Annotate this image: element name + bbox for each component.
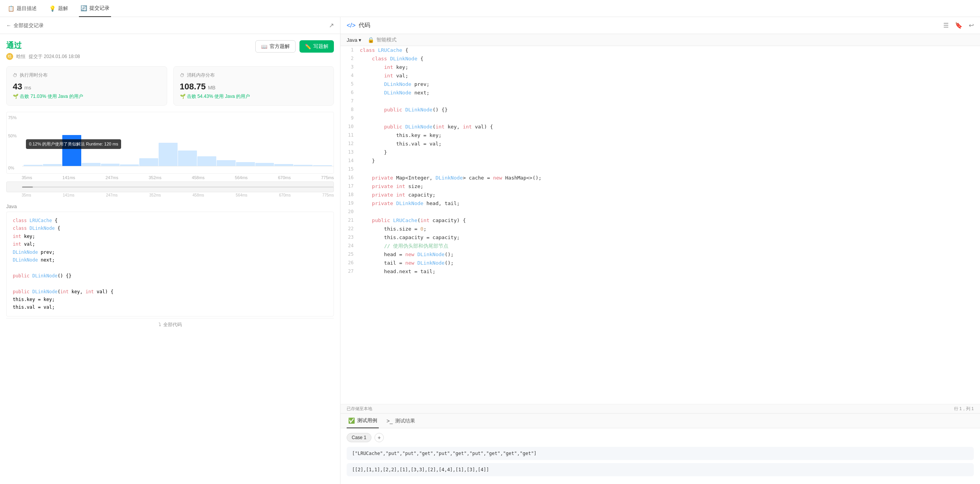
code-line-17: 17 private int size; — [340, 182, 980, 191]
code-preview: class LRUCache { class DLinkNode { int k… — [6, 212, 334, 316]
add-case-button[interactable]: + — [375, 433, 384, 442]
timeline-thumb — [22, 186, 33, 188]
code-line-19: 19 private DLinkNode head, tail; — [340, 199, 980, 208]
tl-label-3: 247ms — [106, 193, 118, 197]
preview-line-12: this.val = val; — [13, 303, 327, 311]
tl-label-8: 775ms — [322, 193, 334, 197]
preview-line-4: int val; — [13, 240, 327, 248]
undo-icon[interactable]: ↩ — [969, 22, 974, 29]
back-link[interactable]: ← 全部提交记录 — [6, 22, 44, 29]
tl-label-4: 352ms — [149, 193, 161, 197]
x-label-5: 458ms — [192, 175, 205, 180]
save-status: 已存储至本地 — [347, 406, 372, 412]
hist-bar-11 — [236, 162, 255, 166]
preview-line-8: public DLinkNode() {} — [13, 272, 327, 280]
x-label-4: 352ms — [149, 175, 161, 180]
top-navigation: 📋 题目描述 💡 题解 🔄 提交记录 — [0, 0, 980, 17]
test-input-2[interactable]: [[2],[1,1],[2,2],[1],[3,3],[2],[4,4],[1]… — [347, 463, 974, 476]
nav-solution[interactable]: 💡 题解 — [48, 0, 70, 17]
hist-bar-15 — [313, 165, 332, 166]
stats-row: ⏱ 执行用时分布 43 ms 🌱 击败 71.03% 使用 Java 的用户 ⏱… — [6, 66, 334, 106]
code-line-12: 12 this.val = val; — [340, 140, 980, 148]
right-toolbar: ☰ 🔖 ↩ — [943, 22, 974, 29]
code-line-6: 6 DLinkNode next; — [340, 89, 980, 97]
exec-beat: 🌱 击败 71.03% 使用 Java 的用户 — [13, 93, 161, 100]
x-label-6: 564ms — [235, 175, 248, 180]
memory-stat-card: ⏱ 消耗内存分布 108.75 MB 🌱 击败 54.43% 使用 Java 的… — [173, 66, 334, 106]
left-panel: ← 全部提交记录 ↗ 通过 晗 晗恒 提交于 2024.01.06 18:08 — [0, 17, 340, 484]
official-solution-button[interactable]: 📖 官方题解 — [255, 40, 296, 53]
test-input-1[interactable]: ["LRUCache","put","put","get","put","get… — [347, 447, 974, 460]
memory-title: ⏱ 消耗内存分布 — [180, 72, 328, 79]
code-line-3: 3 int key; — [340, 63, 980, 72]
tl-label-6: 564ms — [236, 193, 247, 197]
hist-bar-1 — [24, 165, 43, 166]
code-editor[interactable]: 1 class LRUCache { 2 class DLinkNode { 3… — [340, 46, 980, 404]
case-tab-1[interactable]: Case 1 — [347, 433, 371, 442]
nav-submissions[interactable]: 🔄 提交记录 — [79, 0, 111, 17]
code-lang-label: Java — [6, 204, 334, 209]
code-toolbar: Java ▾ 🔒 智能模式 — [340, 34, 980, 46]
smart-mode-toggle[interactable]: 🔒 智能模式 — [368, 36, 397, 43]
nav-description[interactable]: 📋 题目描述 — [6, 0, 38, 17]
expand-code-button[interactable]: ⤵ 全部代码 — [6, 318, 334, 331]
main-layout: ← 全部提交记录 ↗ 通过 晗 晗恒 提交于 2024.01.06 18:08 — [0, 17, 980, 484]
x-label-2: 141ms — [62, 175, 75, 180]
x-label-1: 35ms — [22, 175, 32, 180]
clock-icon: ⏱ — [13, 73, 17, 78]
code-line-5: 5 DLinkNode prev; — [340, 80, 980, 89]
bookmark-icon[interactable]: 🔖 — [955, 22, 963, 29]
testresult-icon: >_ — [387, 418, 393, 424]
code-angle-icon: </> — [347, 22, 356, 29]
action-buttons: 📖 官方题解 ✏️ 写题解 — [255, 40, 334, 53]
hist-bar-7 — [159, 143, 178, 166]
hist-bar-9 — [197, 156, 216, 166]
hist-bar-12 — [255, 163, 274, 166]
tl-label-5: 458ms — [193, 193, 204, 197]
code-line-26: 26 tail = new DLinkNode(); — [340, 259, 980, 267]
tl-label-7: 670ms — [279, 193, 291, 197]
edit-icon: ✏️ — [305, 44, 311, 50]
right-title: </> 代码 — [347, 22, 370, 29]
tab-testresult[interactable]: >_ 测试结果 — [385, 414, 417, 428]
share-icon[interactable]: ↗ — [329, 22, 334, 29]
toolbar-left: Java ▾ 🔒 智能模式 — [347, 36, 397, 43]
lang-selector[interactable]: Java ▾ — [347, 37, 361, 43]
submission-meta: 晗 晗恒 提交于 2024.01.06 18:08 — [6, 53, 80, 60]
hist-bar-8 — [178, 151, 197, 166]
code-line-7: 7 — [340, 97, 980, 106]
bottom-tabs: ✅ 测试用例 >_ 测试结果 — [340, 414, 980, 428]
description-icon: 📋 — [8, 5, 14, 12]
code-line-16: 16 private Map<Integer, DLinkNode> cache… — [340, 174, 980, 182]
code-line-8: 8 public DLinkNode() {} — [340, 106, 980, 114]
tab-testcase[interactable]: ✅ 测试用例 — [347, 414, 379, 428]
x-label-8: 775ms — [321, 175, 334, 180]
mem-beat: 🌱 击败 54.43% 使用 Java 的用户 — [180, 93, 328, 100]
hist-bar-4 — [101, 164, 120, 166]
x-label-3: 247ms — [106, 175, 118, 180]
code-line-15: 15 — [340, 165, 980, 174]
hist-bar-6 — [139, 158, 158, 166]
preview-line-3: int key; — [13, 233, 327, 240]
timeline-scroll[interactable] — [6, 181, 334, 192]
code-line-25: 25 head = new DLinkNode(); — [340, 250, 980, 259]
expand-icon: ⤵ — [159, 322, 161, 327]
execution-stat-card: ⏱ 执行用时分布 43 ms 🌱 击败 71.03% 使用 Java 的用户 — [6, 66, 167, 106]
timeline-track — [22, 186, 334, 188]
code-line-23: 23 this.capacity = capacity; — [340, 233, 980, 242]
code-line-27: 27 head.next = tail; — [340, 267, 980, 276]
back-arrow-icon: ← — [6, 22, 11, 28]
avatar: 晗 — [6, 53, 13, 60]
menu-icon[interactable]: ☰ — [943, 22, 949, 29]
case-tabs: Case 1 + — [347, 433, 974, 442]
preview-line-5: DLinkNode prev; — [13, 248, 327, 256]
hist-bar-14 — [294, 165, 313, 166]
code-line-18: 18 private int capacity; — [340, 191, 980, 199]
tl-label-2: 141ms — [63, 193, 74, 197]
hist-bar-2 — [43, 164, 62, 166]
write-solution-button[interactable]: ✏️ 写题解 — [299, 40, 334, 53]
memory-icon: ⏱ — [180, 73, 185, 78]
status-row: 通过 晗 晗恒 提交于 2024.01.06 18:08 📖 官方题解 ✏️ 写… — [6, 40, 334, 60]
code-line-10: 10 public DLinkNode(int key, int val) { — [340, 123, 980, 131]
exec-value: 43 ms — [13, 82, 161, 92]
